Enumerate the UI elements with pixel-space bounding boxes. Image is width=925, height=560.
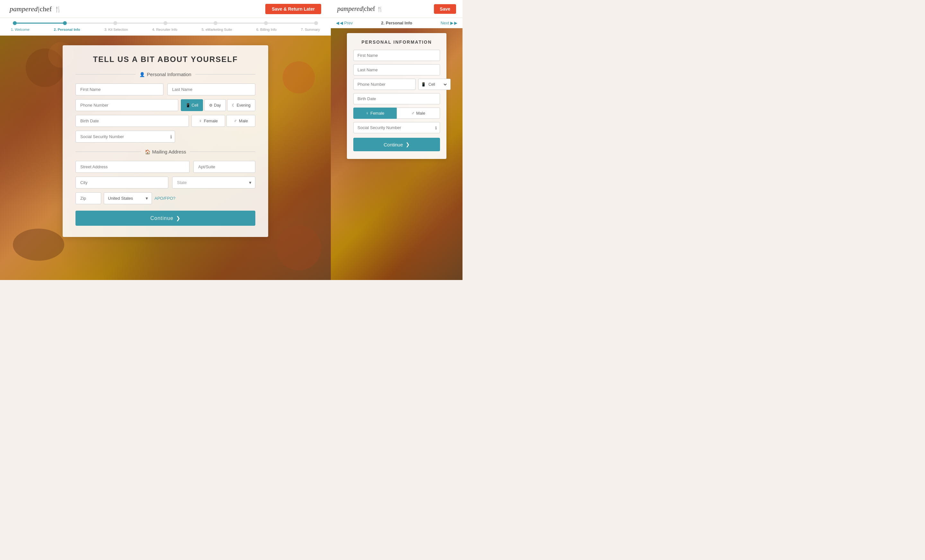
phone-input[interactable] <box>75 99 178 111</box>
phone-type-group: 📱 Cell ⚙ Day ☾ Evening <box>181 99 255 111</box>
sidebar-nav: ◀ ◀ Prev 2. Personal Info Next ▶ ▶ <box>331 18 462 28</box>
ssn-input[interactable] <box>75 131 175 143</box>
sidebar-form-card: PERSONAL INFORMATION 📱 Cell Day Evening <box>347 33 446 159</box>
progress-dot-6 <box>264 21 268 25</box>
female-icon: ♀ <box>199 119 202 123</box>
sidebar-female-button[interactable]: ♀ Female <box>353 108 397 119</box>
sidebar-phone-input[interactable] <box>353 79 416 90</box>
progress-fill <box>13 23 66 24</box>
last-name-input[interactable] <box>167 83 255 95</box>
steps-labels: 1. Welcome 2. Personal Info 3. Kit Selec… <box>10 28 321 32</box>
main-logo: pampered|chef 🍴 <box>10 5 61 13</box>
birth-gender-row: ♀ Female ♂ Male <box>75 115 255 127</box>
sidebar-nav-title: 2. Personal Info <box>381 21 413 26</box>
sidebar-birth-date-input[interactable] <box>353 93 440 104</box>
country-select[interactable]: United States Canada <box>104 192 152 204</box>
sidebar-phone-type: 📱 Cell Day Evening <box>418 79 450 90</box>
state-select-wrap: State AlabamaAlaskaArizona CaliforniaCol… <box>172 177 255 188</box>
sidebar-bg: PERSONAL INFORMATION 📱 Cell Day Evening <box>331 28 462 280</box>
sidebar-ssn-input[interactable] <box>353 122 440 133</box>
sidebar-female-icon: ♀ <box>366 111 369 116</box>
sidebar-save-button[interactable]: Save <box>434 4 456 14</box>
phone-evening-button[interactable]: ☾ Evening <box>227 99 255 111</box>
street-address-input[interactable] <box>75 161 190 173</box>
sidebar-male-icon: ♂ <box>411 111 415 116</box>
step-2-label: 2. Personal Info <box>54 28 80 32</box>
sidebar-male-button[interactable]: ♂ Male <box>397 108 440 119</box>
apo-link[interactable]: APO/FPO? <box>155 196 175 201</box>
main-section: pampered|chef 🍴 Save & Return Later 1. W… <box>0 0 331 280</box>
step-5-label: 5. eMarketing Suite <box>202 28 232 32</box>
phone-cell-button[interactable]: 📱 Cell <box>181 99 203 111</box>
city-input[interactable] <box>75 177 168 188</box>
step-4-label: 4. Recruiter Info <box>152 28 177 32</box>
sidebar-header: pampered|chef 🍴 Save <box>331 0 462 18</box>
sidebar-ssn-info-icon[interactable]: ℹ <box>435 125 437 130</box>
step-7-label: 7. Summary <box>301 28 320 32</box>
main-header: pampered|chef 🍴 Save & Return Later <box>0 0 331 18</box>
logo-pipe: | <box>38 5 39 13</box>
male-button[interactable]: ♂ Male <box>226 115 255 127</box>
ssn-input-wrap: ℹ <box>75 131 175 143</box>
save-return-button[interactable]: Save & Return Later <box>265 4 321 14</box>
mailing-address-divider: 🏠 Mailing Address <box>75 149 255 154</box>
mailing-address-label: 🏠 Mailing Address <box>145 149 186 154</box>
ssn-info-icon[interactable]: ℹ <box>170 134 172 139</box>
prev-arrow-icon: ◀ <box>336 21 339 26</box>
form-card: TELL US A BIT ABOUT YOURSELF 👤 Personal … <box>63 45 268 237</box>
progress-dot-1 <box>13 21 17 25</box>
evening-icon: ☾ <box>232 103 235 108</box>
progress-dot-3 <box>113 21 117 25</box>
day-icon: ⚙ <box>209 103 212 108</box>
sidebar-first-name-input[interactable] <box>353 50 440 61</box>
sidebar-gender-row: ♀ Female ♂ Male <box>353 108 440 119</box>
phone-day-button[interactable]: ⚙ Day <box>204 99 226 111</box>
progress-bar-container: 1. Welcome 2. Personal Info 3. Kit Selec… <box>0 18 331 36</box>
zip-input[interactable] <box>75 192 101 204</box>
gender-group: ♀ Female ♂ Male <box>191 115 255 127</box>
female-button[interactable]: ♀ Female <box>191 115 225 127</box>
state-select[interactable]: State AlabamaAlaskaArizona CaliforniaCol… <box>172 177 255 188</box>
logo-text: pampered <box>10 5 38 13</box>
form-title: TELL US A BIT ABOUT YOURSELF <box>75 55 255 64</box>
divider-line-left2 <box>75 152 141 152</box>
first-name-input[interactable] <box>75 83 163 95</box>
sidebar-prev-button[interactable]: ◀ ◀ Prev <box>336 21 353 26</box>
right-sidebar: pampered|chef 🍴 Save ◀ ◀ Prev 2. Persona… <box>331 0 462 280</box>
male-icon: ♂ <box>234 119 237 123</box>
personal-info-divider: 👤 Personal Information <box>75 72 255 77</box>
sidebar-ssn-wrap: ℹ <box>353 122 440 133</box>
sidebar-next-button[interactable]: Next ▶ ▶ <box>441 21 457 26</box>
name-row <box>75 83 255 95</box>
sidebar-last-name-input[interactable] <box>353 64 440 75</box>
progress-dot-5 <box>214 21 217 25</box>
sidebar-phone-icon: 📱 <box>421 82 426 87</box>
city-state-row: State AlabamaAlaskaArizona CaliforniaCol… <box>75 177 255 188</box>
logo-text2: chef <box>40 5 52 13</box>
person-icon: 👤 <box>139 72 145 77</box>
next-arrow-icon: ▶ <box>454 21 457 26</box>
zip-country-row: United States Canada ▼ APO/FPO? <box>75 192 255 204</box>
step-6-label: 6. Billing Info <box>256 28 277 32</box>
birth-date-input[interactable] <box>75 115 189 127</box>
sidebar-card-title: PERSONAL INFORMATION <box>353 39 440 45</box>
progress-line <box>10 21 321 25</box>
sidebar-continue-button[interactable]: Continue ❯ <box>353 138 440 151</box>
apt-suite-input[interactable] <box>193 161 255 173</box>
sidebar-logo: pampered|chef 🍴 <box>337 5 383 12</box>
ssn-row: ℹ <box>75 131 255 143</box>
street-apt-row <box>75 161 255 173</box>
progress-dot-2 <box>63 21 67 25</box>
continue-button[interactable]: Continue ❯ <box>75 211 255 226</box>
step-1-label: 1. Welcome <box>11 28 30 32</box>
sidebar-continue-arrow-icon: ❯ <box>406 142 410 148</box>
cell-icon: 📱 <box>186 103 190 108</box>
bg-area: TELL US A BIT ABOUT YOURSELF 👤 Personal … <box>0 36 331 280</box>
divider-line-right2 <box>190 152 255 152</box>
progress-dot-4 <box>163 21 167 25</box>
step-3-label: 3. Kit Selection <box>104 28 128 32</box>
country-select-wrap: United States Canada ▼ <box>104 192 152 204</box>
sidebar-phone-type-select[interactable]: Cell Day Evening <box>427 82 448 87</box>
continue-arrow-icon: ❯ <box>176 215 181 221</box>
progress-dot-7 <box>314 21 318 25</box>
